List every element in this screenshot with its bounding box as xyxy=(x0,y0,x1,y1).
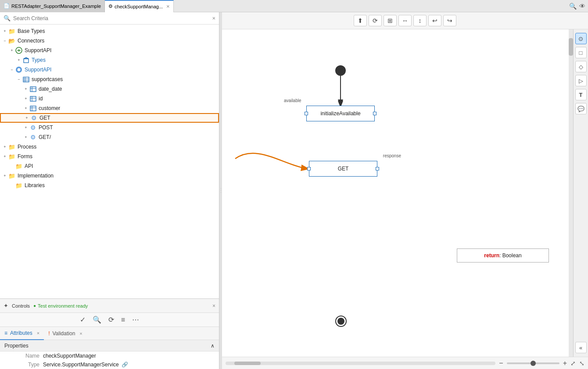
svg-rect-16 xyxy=(30,106,36,111)
zoom-in-button[interactable]: + xyxy=(563,359,567,367)
comment-icon: 💬 xyxy=(577,106,584,112)
controls-icon: ✦ xyxy=(4,302,8,309)
navigate-button[interactable]: ⬆ xyxy=(354,15,367,26)
tree-item-base-types[interactable]: + 📁 Base Types xyxy=(0,26,219,36)
folder-open-icon: 📂 xyxy=(8,37,16,45)
list-icon[interactable]: ≡ xyxy=(121,316,125,324)
search-icon: 🔍 xyxy=(4,15,11,21)
zoom-thumb[interactable] xyxy=(531,361,536,366)
port-right[interactable] xyxy=(373,112,376,115)
end-node xyxy=(335,316,347,327)
tab-bar: 📄 RESTAdapter_SupportManager_Example ⚙ c… xyxy=(0,0,588,12)
tree-item-implementation[interactable]: + 📁 Implementation xyxy=(0,171,219,181)
pentagon-tool-button[interactable]: ▷ xyxy=(575,75,587,86)
search-clear-button[interactable]: × xyxy=(212,15,215,21)
get-node[interactable]: GET response xyxy=(309,161,377,177)
tree-item-process[interactable]: + 📁 Process xyxy=(0,142,219,152)
tree-item-supportapi-2[interactable]: − SupportAPI xyxy=(0,65,219,75)
tree-label: Libraries xyxy=(25,182,45,188)
service-icon xyxy=(15,66,23,74)
validation-close-button[interactable]: × xyxy=(79,331,82,336)
status-dot: ● xyxy=(33,303,36,308)
fit-height-button[interactable]: ↕ xyxy=(413,15,427,26)
more-icon[interactable]: ⋯ xyxy=(132,316,139,324)
canvas-vscrollbar[interactable] xyxy=(569,29,573,357)
tree-item-date-date[interactable]: + date_date xyxy=(0,84,219,94)
canvas-area[interactable]: available initializeAvailable GET respon… xyxy=(222,29,573,357)
search-input[interactable] xyxy=(13,15,209,21)
comment-tool-button[interactable]: 💬 xyxy=(575,103,587,114)
tree-item-supportapi-1[interactable]: + SupportAPI xyxy=(0,46,219,55)
tree-item-libraries[interactable]: 📁 Libraries xyxy=(0,181,219,190)
horizontal-scrollbar[interactable] xyxy=(226,362,495,365)
select-tool-button[interactable]: ⊙ xyxy=(575,33,587,44)
link-icon[interactable]: 🔗 xyxy=(122,362,128,368)
initialize-available-node[interactable]: available initializeAvailable xyxy=(306,106,375,121)
gear-icon: ⚙ xyxy=(30,114,38,122)
tree-toggle: + xyxy=(23,106,29,110)
tree-item-get-slash[interactable]: + ⚙ GET/ xyxy=(0,132,219,142)
tree-item-api[interactable]: 📁 API xyxy=(0,161,219,171)
canvas-bottom-bar: − + ⤢ ⤡ xyxy=(222,357,588,369)
validation-error-icon: ! xyxy=(48,330,50,337)
tree-item-customer[interactable]: + customer xyxy=(0,103,219,113)
diamond-tool-button[interactable]: ◇ xyxy=(575,61,587,72)
left-panel: 🔍 × + 📁 Base Types − 📂 Connectors + xyxy=(0,12,219,369)
hscrollbar-thumb[interactable] xyxy=(234,362,261,365)
expand-horizontal-button[interactable]: ⤢ xyxy=(570,360,576,367)
attributes-close-button[interactable]: × xyxy=(37,330,39,336)
port-left[interactable] xyxy=(307,167,311,170)
canvas-toolbar: ⬆ ⟳ ⊞ ↔ ↕ ↩ ↪ xyxy=(222,12,588,29)
folder-icon: 📁 xyxy=(15,181,23,189)
search-bar: 🔍 × xyxy=(0,12,219,25)
validation-tab[interactable]: ! Validation × xyxy=(44,327,87,340)
fit-width-button[interactable]: ↔ xyxy=(398,15,412,26)
zoom-search-icon[interactable]: 🔍 xyxy=(93,316,101,324)
folder-icon: 📁 xyxy=(8,153,16,160)
tree-item-post[interactable]: + ⚙ POST xyxy=(0,123,219,132)
tree-label: Connectors xyxy=(18,38,44,44)
properties-header: Properties ∧ xyxy=(0,340,219,351)
tree-item-id[interactable]: + id xyxy=(0,94,219,103)
tree-item-connectors[interactable]: − 📂 Connectors xyxy=(0,36,219,46)
controls-close-button[interactable]: × xyxy=(212,303,215,309)
zoom-slider[interactable] xyxy=(507,362,559,364)
tree-item-get[interactable]: + ⚙ GET xyxy=(0,113,219,123)
file-icon: 📄 xyxy=(4,3,10,9)
prop-name-value: checkSupportManager xyxy=(43,353,96,359)
attributes-tab[interactable]: ≡ Attributes × xyxy=(0,327,44,340)
rectangle-tool-button[interactable]: □ xyxy=(575,47,587,58)
expand-vertical-button[interactable]: ⤡ xyxy=(579,360,584,367)
node-label-top: available xyxy=(284,98,301,103)
undo-button[interactable]: ↩ xyxy=(428,15,441,26)
redo-button[interactable]: ↪ xyxy=(443,15,456,26)
tree-toggle: + xyxy=(9,48,15,53)
file-tab[interactable]: 📄 RESTAdapter_SupportManager_Example xyxy=(0,0,105,12)
tree-toggle: − xyxy=(16,77,22,82)
status-badge: ● Test environment ready xyxy=(33,303,88,309)
rectangle-icon: □ xyxy=(579,50,583,56)
active-tab-close[interactable]: × xyxy=(166,3,170,10)
check-icon[interactable]: ✓ xyxy=(80,316,86,324)
tree-label: POST xyxy=(39,124,53,131)
tree-item-forms[interactable]: + 📁 Forms xyxy=(0,152,219,161)
refresh-button[interactable]: ⟳ xyxy=(369,15,382,26)
port-left[interactable] xyxy=(305,112,308,115)
vscrollbar-thumb[interactable] xyxy=(569,38,573,56)
collapse-icon[interactable]: ∧ xyxy=(211,343,215,349)
refresh-icon[interactable]: ⟳ xyxy=(108,316,114,324)
zoom-out-button[interactable]: − xyxy=(499,359,503,367)
tree-item-types[interactable]: + Types xyxy=(0,55,219,65)
tree-label: SupportAPI xyxy=(25,47,51,53)
tree-item-supportcases[interactable]: − supportcases xyxy=(0,75,219,84)
active-tab[interactable]: ⚙ checkSupportManag... × xyxy=(105,0,174,12)
text-tool-button[interactable]: T xyxy=(575,89,587,100)
search-icon[interactable]: 🔍 xyxy=(569,3,577,10)
port-right[interactable] xyxy=(376,167,379,170)
collapse-panel-button[interactable]: « xyxy=(575,342,587,353)
tree-toggle: − xyxy=(2,39,8,43)
grid-button[interactable]: ⊞ xyxy=(384,15,397,26)
preview-icon[interactable]: 👁 xyxy=(579,3,585,10)
tree-label: id xyxy=(39,96,43,102)
text-icon: T xyxy=(579,92,583,98)
